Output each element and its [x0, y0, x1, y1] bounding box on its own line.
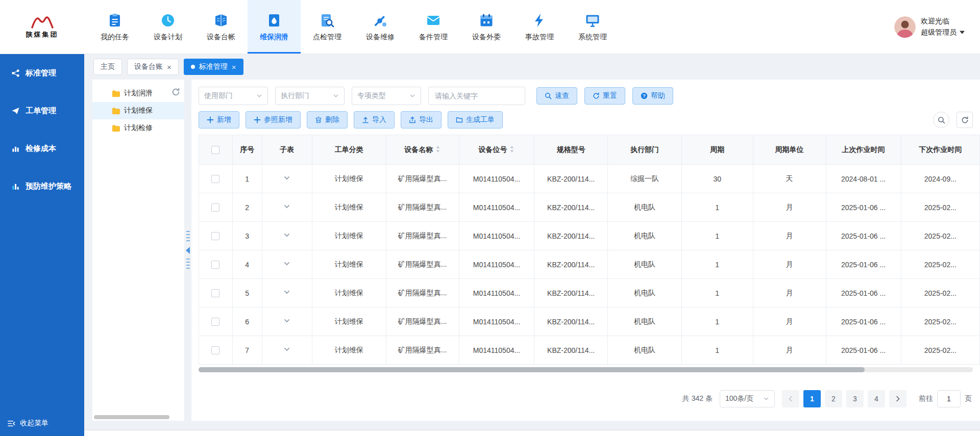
top-nav-item-5[interactable]: 点检管理: [301, 0, 354, 54]
collapse-menu-button[interactable]: 收起菜单: [0, 419, 84, 436]
top-nav-item-2[interactable]: 设备计划: [141, 0, 194, 54]
top-nav-item-9[interactable]: 事故管理: [513, 0, 566, 54]
toolbar-button-1[interactable]: 新增: [199, 111, 239, 129]
table-search-button[interactable]: [933, 112, 949, 128]
table-row-4[interactable]: 4计划维保矿用隔爆型真...M014110504...KBZ-200/114..…: [199, 250, 980, 279]
tree-item-2[interactable]: 计划维保: [92, 102, 184, 119]
top-nav-item-10[interactable]: 系统管理: [566, 0, 619, 54]
page-button-3[interactable]: 3: [846, 390, 864, 407]
column-header-4[interactable]: 设备名称: [386, 135, 459, 165]
row-checkbox[interactable]: [211, 175, 219, 183]
row-checkbox[interactable]: [211, 232, 219, 240]
column-header-7[interactable]: 执行部门: [608, 135, 682, 165]
filter-select-2[interactable]: 执行部门: [275, 87, 345, 105]
filter-button-3[interactable]: ?帮助: [632, 87, 673, 105]
page-button-2[interactable]: 2: [825, 390, 842, 407]
table-row-6[interactable]: 6计划维保矿用隔爆型真...M014110504...KBZ-200/114..…: [199, 307, 980, 336]
tab-close-icon[interactable]: ×: [167, 63, 172, 71]
filter-button-1[interactable]: 速查: [536, 87, 577, 105]
row-checkbox[interactable]: [211, 261, 219, 269]
button-label: 生成工单: [466, 115, 495, 124]
filter-button-2[interactable]: 重置: [584, 87, 625, 105]
toolbar-button-3[interactable]: 删除: [307, 111, 348, 129]
tree-item-label: 计划检修: [124, 123, 153, 133]
sidebar-item-3[interactable]: 检修成本: [0, 130, 84, 167]
column-header-3[interactable]: 工单分类: [312, 135, 386, 165]
toolbar-button-5[interactable]: 导出: [401, 111, 442, 129]
column-label: 子表: [280, 145, 294, 153]
scrollbar-thumb[interactable]: [199, 367, 865, 372]
tree-refresh-icon[interactable]: [172, 88, 180, 96]
column-header-9[interactable]: 周期单位: [753, 135, 826, 165]
nav-outsource-icon: [479, 13, 494, 28]
top-nav-item-6[interactable]: 设备维修: [354, 0, 407, 54]
tree-item-1[interactable]: 计划润滑: [92, 85, 184, 102]
table-row-7[interactable]: 7计划维保矿用隔爆型真...M014110504...KBZ-200/114..…: [199, 336, 980, 365]
cell-seq: 5: [232, 279, 262, 307]
top-nav-item-1[interactable]: 我的任务: [88, 0, 141, 54]
cell: 1: [681, 250, 753, 279]
chevron-down-icon: [409, 93, 415, 99]
row-checkbox[interactable]: [211, 318, 219, 326]
tab-close-icon[interactable]: ×: [232, 63, 236, 71]
page-button-4[interactable]: 4: [868, 390, 885, 407]
column-header-8[interactable]: 周期: [681, 135, 753, 165]
cell: M014110504...: [459, 307, 534, 336]
chevron-down-icon: [256, 93, 262, 99]
column-label: 规格型号: [557, 145, 585, 153]
table-row-2[interactable]: 2计划维保矿用隔爆型真...M014110504...KBZ-200/114..…: [199, 193, 980, 222]
logo-text: 陕煤集团: [26, 30, 59, 39]
toolbar-button-6[interactable]: 生成工单: [448, 111, 503, 129]
user-menu[interactable]: 欢迎光临 超级管理员: [894, 0, 980, 54]
tab-2[interactable]: 设备台账×: [127, 59, 179, 75]
collapse-panel-arrow-icon[interactable]: [186, 247, 190, 254]
page-size-select[interactable]: 100条/页: [720, 390, 775, 407]
page-button-1[interactable]: 1: [803, 390, 821, 407]
filter-select-1[interactable]: 使用部门: [199, 87, 268, 105]
column-header-11[interactable]: 下次作业时间: [901, 135, 979, 165]
nav-item-label: 系统管理: [578, 33, 607, 42]
table-row-1[interactable]: 1计划维保矿用隔爆型真...M014110504...KBZ-200/114..…: [199, 165, 980, 193]
column-header-5[interactable]: 设备位号: [459, 135, 534, 165]
filter-select-3[interactable]: 专项类型: [352, 87, 421, 105]
folder-icon: [112, 125, 120, 132]
tree-item-3[interactable]: 计划检修: [92, 119, 184, 137]
top-nav-item-7[interactable]: 备件管理: [407, 0, 460, 54]
next-page-button[interactable]: [889, 390, 906, 407]
tab-1[interactable]: 主页: [93, 59, 122, 75]
column-header-2[interactable]: 子表: [262, 135, 312, 165]
cell: 月: [753, 222, 826, 250]
sidebar-item-2[interactable]: 工单管理: [0, 92, 84, 130]
top-nav-item-4[interactable]: 维保润滑: [248, 0, 301, 54]
tab-3[interactable]: 标准管理×: [184, 59, 243, 75]
goto-page-input[interactable]: [937, 390, 961, 407]
sidebar-item-1[interactable]: 标准管理: [0, 54, 84, 92]
row-checkbox-cell: [199, 193, 233, 222]
keyword-input[interactable]: [428, 87, 525, 105]
table-row-3[interactable]: 3计划维保矿用隔爆型真...M014110504...KBZ-200/114..…: [199, 222, 980, 250]
cell: 计划维保: [312, 193, 386, 222]
column-label: 周期: [710, 145, 724, 153]
cell: 计划维保: [312, 222, 386, 250]
top-nav-item-3[interactable]: 设备台帐: [194, 0, 248, 54]
tree-horizontal-scrollbar[interactable]: [94, 415, 169, 419]
sidebar-item-4[interactable]: 预防维护策略: [0, 167, 84, 205]
toolbar-button-2[interactable]: 参照新增: [246, 111, 301, 129]
table-row-5[interactable]: 5计划维保矿用隔爆型真...M014110504...KBZ-200/114..…: [199, 279, 980, 307]
toolbar-button-4[interactable]: 导入: [354, 111, 395, 129]
prev-page-button[interactable]: [782, 390, 799, 407]
table-horizontal-scrollbar[interactable]: [199, 367, 973, 372]
column-header-10[interactable]: 上次作业时间: [826, 135, 901, 165]
panel-splitter[interactable]: [184, 80, 191, 421]
column-header-1[interactable]: 序号: [232, 135, 262, 165]
select-all-checkbox[interactable]: [211, 146, 219, 154]
top-header: 陕煤集团 我的任务设备计划设备台帐维保润滑点检管理设备维修备件管理设备外委事故管…: [0, 0, 980, 54]
nav-item-label: 点检管理: [313, 33, 341, 42]
top-nav-item-8[interactable]: 设备外委: [460, 0, 513, 54]
row-checkbox[interactable]: [211, 346, 219, 354]
table-refresh-button[interactable]: [957, 112, 973, 128]
top-navigation: 我的任务设备计划设备台帐维保润滑点检管理设备维修备件管理设备外委事故管理系统管理: [88, 0, 619, 54]
column-header-6[interactable]: 规格型号: [534, 135, 608, 165]
row-checkbox[interactable]: [211, 289, 219, 297]
row-checkbox[interactable]: [211, 203, 219, 212]
